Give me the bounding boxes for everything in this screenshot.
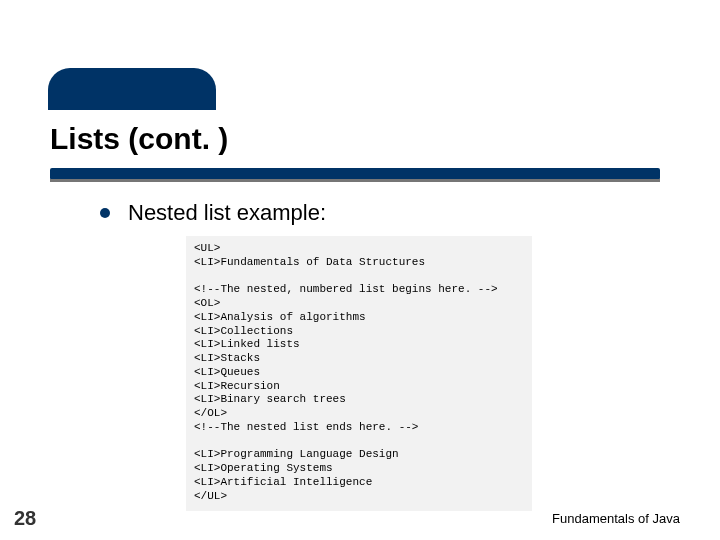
page-number: 28 xyxy=(12,507,38,530)
title-underline-bar xyxy=(50,168,660,182)
code-example: <UL> <LI>Fundamentals of Data Structures… xyxy=(186,236,532,511)
decorative-tab xyxy=(48,68,216,110)
bullet-icon xyxy=(100,208,110,218)
slide: Lists (cont. ) Nested list example: <UL>… xyxy=(0,0,720,540)
bullet-text: Nested list example: xyxy=(128,200,326,226)
slide-title: Lists (cont. ) xyxy=(50,122,228,156)
bar-shadow xyxy=(50,179,660,182)
footer-text: Fundamentals of Java xyxy=(552,511,680,526)
bullet-row: Nested list example: xyxy=(100,200,326,226)
